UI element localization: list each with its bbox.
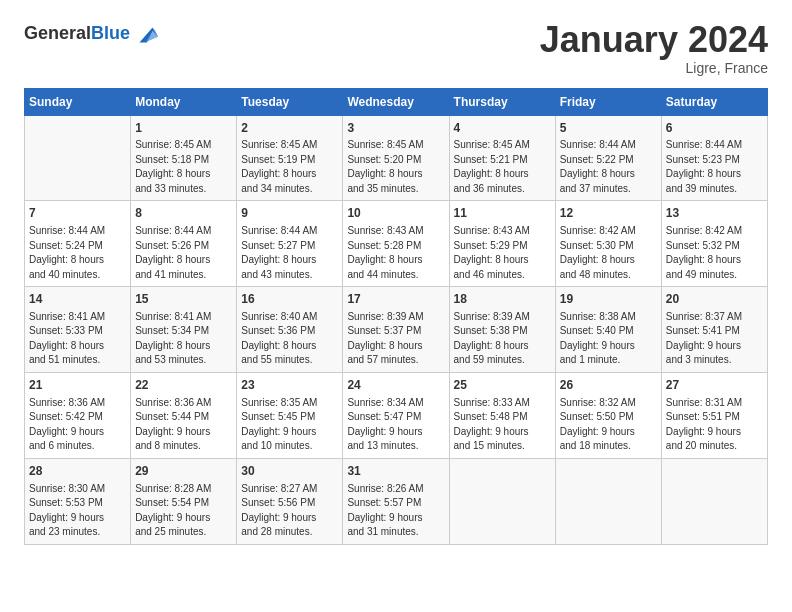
calendar-cell: 8Sunrise: 8:44 AMSunset: 5:26 PMDaylight… — [131, 201, 237, 287]
calendar-cell — [25, 115, 131, 201]
day-number: 24 — [347, 377, 444, 394]
cell-info: Sunrise: 8:36 AMSunset: 5:44 PMDaylight:… — [135, 396, 232, 454]
calendar-cell: 5Sunrise: 8:44 AMSunset: 5:22 PMDaylight… — [555, 115, 661, 201]
day-number: 14 — [29, 291, 126, 308]
header: GeneralBlue January 2024 Ligre, France — [24, 20, 768, 76]
day-number: 29 — [135, 463, 232, 480]
day-number: 19 — [560, 291, 657, 308]
cell-info: Sunrise: 8:44 AMSunset: 5:24 PMDaylight:… — [29, 224, 126, 282]
cell-info: Sunrise: 8:39 AMSunset: 5:38 PMDaylight:… — [454, 310, 551, 368]
calendar-cell: 7Sunrise: 8:44 AMSunset: 5:24 PMDaylight… — [25, 201, 131, 287]
calendar-cell: 1Sunrise: 8:45 AMSunset: 5:18 PMDaylight… — [131, 115, 237, 201]
calendar-cell: 23Sunrise: 8:35 AMSunset: 5:45 PMDayligh… — [237, 372, 343, 458]
day-number: 9 — [241, 205, 338, 222]
cell-info: Sunrise: 8:45 AMSunset: 5:18 PMDaylight:… — [135, 138, 232, 196]
day-number: 1 — [135, 120, 232, 137]
col-header-thursday: Thursday — [449, 88, 555, 115]
day-number: 31 — [347, 463, 444, 480]
day-number: 16 — [241, 291, 338, 308]
cell-info: Sunrise: 8:45 AMSunset: 5:19 PMDaylight:… — [241, 138, 338, 196]
day-number: 11 — [454, 205, 551, 222]
cell-info: Sunrise: 8:28 AMSunset: 5:54 PMDaylight:… — [135, 482, 232, 540]
cell-info: Sunrise: 8:44 AMSunset: 5:23 PMDaylight:… — [666, 138, 763, 196]
day-number: 28 — [29, 463, 126, 480]
cell-info: Sunrise: 8:32 AMSunset: 5:50 PMDaylight:… — [560, 396, 657, 454]
calendar-cell: 26Sunrise: 8:32 AMSunset: 5:50 PMDayligh… — [555, 372, 661, 458]
calendar-cell: 10Sunrise: 8:43 AMSunset: 5:28 PMDayligh… — [343, 201, 449, 287]
col-header-friday: Friday — [555, 88, 661, 115]
logo-text: GeneralBlue — [24, 24, 130, 44]
calendar-cell: 30Sunrise: 8:27 AMSunset: 5:56 PMDayligh… — [237, 458, 343, 544]
day-number: 2 — [241, 120, 338, 137]
calendar-cell: 6Sunrise: 8:44 AMSunset: 5:23 PMDaylight… — [661, 115, 767, 201]
week-row-2: 7Sunrise: 8:44 AMSunset: 5:24 PMDaylight… — [25, 201, 768, 287]
page-container: GeneralBlue January 2024 Ligre, France S… — [0, 0, 792, 561]
calendar-cell: 14Sunrise: 8:41 AMSunset: 5:33 PMDayligh… — [25, 287, 131, 373]
logo-general: General — [24, 23, 91, 43]
col-header-sunday: Sunday — [25, 88, 131, 115]
calendar-cell: 4Sunrise: 8:45 AMSunset: 5:21 PMDaylight… — [449, 115, 555, 201]
day-number: 20 — [666, 291, 763, 308]
cell-info: Sunrise: 8:35 AMSunset: 5:45 PMDaylight:… — [241, 396, 338, 454]
cell-info: Sunrise: 8:39 AMSunset: 5:37 PMDaylight:… — [347, 310, 444, 368]
calendar-cell: 18Sunrise: 8:39 AMSunset: 5:38 PMDayligh… — [449, 287, 555, 373]
day-number: 10 — [347, 205, 444, 222]
day-number: 8 — [135, 205, 232, 222]
col-header-monday: Monday — [131, 88, 237, 115]
calendar-cell — [555, 458, 661, 544]
col-header-tuesday: Tuesday — [237, 88, 343, 115]
day-number: 13 — [666, 205, 763, 222]
calendar-cell: 13Sunrise: 8:42 AMSunset: 5:32 PMDayligh… — [661, 201, 767, 287]
logo-blue: Blue — [91, 23, 130, 43]
calendar-table: SundayMondayTuesdayWednesdayThursdayFrid… — [24, 88, 768, 545]
day-number: 7 — [29, 205, 126, 222]
day-number: 17 — [347, 291, 444, 308]
col-header-wednesday: Wednesday — [343, 88, 449, 115]
cell-info: Sunrise: 8:44 AMSunset: 5:26 PMDaylight:… — [135, 224, 232, 282]
day-number: 6 — [666, 120, 763, 137]
day-number: 3 — [347, 120, 444, 137]
cell-info: Sunrise: 8:41 AMSunset: 5:34 PMDaylight:… — [135, 310, 232, 368]
header-row: SundayMondayTuesdayWednesdayThursdayFrid… — [25, 88, 768, 115]
day-number: 25 — [454, 377, 551, 394]
cell-info: Sunrise: 8:31 AMSunset: 5:51 PMDaylight:… — [666, 396, 763, 454]
day-number: 5 — [560, 120, 657, 137]
day-number: 18 — [454, 291, 551, 308]
cell-info: Sunrise: 8:38 AMSunset: 5:40 PMDaylight:… — [560, 310, 657, 368]
calendar-cell: 11Sunrise: 8:43 AMSunset: 5:29 PMDayligh… — [449, 201, 555, 287]
day-number: 30 — [241, 463, 338, 480]
cell-info: Sunrise: 8:40 AMSunset: 5:36 PMDaylight:… — [241, 310, 338, 368]
cell-info: Sunrise: 8:42 AMSunset: 5:30 PMDaylight:… — [560, 224, 657, 282]
cell-info: Sunrise: 8:44 AMSunset: 5:22 PMDaylight:… — [560, 138, 657, 196]
calendar-cell: 24Sunrise: 8:34 AMSunset: 5:47 PMDayligh… — [343, 372, 449, 458]
calendar-cell: 27Sunrise: 8:31 AMSunset: 5:51 PMDayligh… — [661, 372, 767, 458]
calendar-cell: 17Sunrise: 8:39 AMSunset: 5:37 PMDayligh… — [343, 287, 449, 373]
calendar-cell: 3Sunrise: 8:45 AMSunset: 5:20 PMDaylight… — [343, 115, 449, 201]
subtitle: Ligre, France — [540, 60, 768, 76]
cell-info: Sunrise: 8:33 AMSunset: 5:48 PMDaylight:… — [454, 396, 551, 454]
day-number: 23 — [241, 377, 338, 394]
calendar-cell: 2Sunrise: 8:45 AMSunset: 5:19 PMDaylight… — [237, 115, 343, 201]
main-title: January 2024 — [540, 20, 768, 60]
title-block: January 2024 Ligre, France — [540, 20, 768, 76]
week-row-4: 21Sunrise: 8:36 AMSunset: 5:42 PMDayligh… — [25, 372, 768, 458]
cell-info: Sunrise: 8:45 AMSunset: 5:20 PMDaylight:… — [347, 138, 444, 196]
calendar-cell — [661, 458, 767, 544]
logo: GeneralBlue — [24, 20, 160, 48]
calendar-cell: 25Sunrise: 8:33 AMSunset: 5:48 PMDayligh… — [449, 372, 555, 458]
cell-info: Sunrise: 8:43 AMSunset: 5:29 PMDaylight:… — [454, 224, 551, 282]
week-row-5: 28Sunrise: 8:30 AMSunset: 5:53 PMDayligh… — [25, 458, 768, 544]
calendar-cell: 22Sunrise: 8:36 AMSunset: 5:44 PMDayligh… — [131, 372, 237, 458]
cell-info: Sunrise: 8:44 AMSunset: 5:27 PMDaylight:… — [241, 224, 338, 282]
day-number: 27 — [666, 377, 763, 394]
cell-info: Sunrise: 8:34 AMSunset: 5:47 PMDaylight:… — [347, 396, 444, 454]
cell-info: Sunrise: 8:36 AMSunset: 5:42 PMDaylight:… — [29, 396, 126, 454]
cell-info: Sunrise: 8:26 AMSunset: 5:57 PMDaylight:… — [347, 482, 444, 540]
calendar-cell: 19Sunrise: 8:38 AMSunset: 5:40 PMDayligh… — [555, 287, 661, 373]
cell-info: Sunrise: 8:37 AMSunset: 5:41 PMDaylight:… — [666, 310, 763, 368]
calendar-cell: 12Sunrise: 8:42 AMSunset: 5:30 PMDayligh… — [555, 201, 661, 287]
calendar-cell — [449, 458, 555, 544]
col-header-saturday: Saturday — [661, 88, 767, 115]
day-number: 4 — [454, 120, 551, 137]
day-number: 22 — [135, 377, 232, 394]
